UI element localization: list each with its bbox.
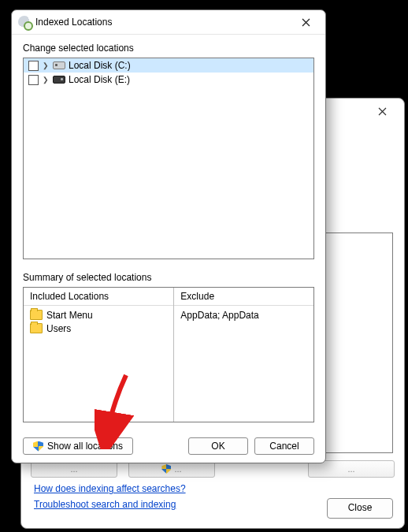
disk-icon [53,76,65,84]
cancel-button[interactable]: Cancel [254,437,314,455]
link-troubleshoot[interactable]: Troubleshoot search and indexing [34,499,186,510]
col-head-exclude[interactable]: Exclude [174,288,313,306]
close-icon[interactable] [289,11,322,33]
ok-button[interactable]: OK [188,437,248,455]
index-icon [18,16,31,28]
button-label: Show all locations [47,441,123,452]
checkbox[interactable] [28,75,39,85]
checkbox[interactable] [28,61,39,71]
close-button[interactable]: Close [327,498,393,519]
summary-label: Summary of selected locations [23,272,314,283]
tree-row[interactable]: ❯ Local Disk (C:) [24,58,313,73]
close-icon[interactable] [366,100,398,122]
change-locations-label: Change selected locations [23,43,314,54]
chevron-right-icon[interactable]: ❯ [42,76,50,84]
link-affect-searches[interactable]: How does indexing affect searches? [34,483,186,494]
indexed-locations-dialog: Indexed Locations Change selected locati… [11,9,326,463]
folder-icon [30,323,43,333]
tree-item-label: Local Disk (C:) [69,60,131,71]
tree-item-label: Local Disk (E:) [69,74,130,85]
chevron-right-icon[interactable]: ❯ [42,61,50,69]
list-item[interactable]: Users [30,322,167,336]
dialog-footer: Show all locations OK Cancel [12,432,325,463]
col-head-included[interactable]: Included Locations [24,288,173,306]
disk-icon [53,61,65,69]
back-links: How does indexing affect searches? Troub… [34,483,186,510]
shield-icon [33,441,43,452]
locations-tree[interactable]: ❯ Local Disk (C:) ❯ Local Disk (E:) [23,58,314,259]
summary-table: Included Locations Start Menu Users Excl… [23,287,314,422]
titlebar: Indexed Locations [12,10,325,35]
list-item[interactable]: Start Menu [30,309,167,322]
tree-row[interactable]: ❯ Local Disk (E:) [24,73,313,87]
folder-icon [30,310,43,320]
exclude-cell: AppData; AppData [180,309,307,322]
show-all-locations-button[interactable]: Show all locations [23,437,133,455]
dialog-title: Indexed Locations [35,17,289,28]
